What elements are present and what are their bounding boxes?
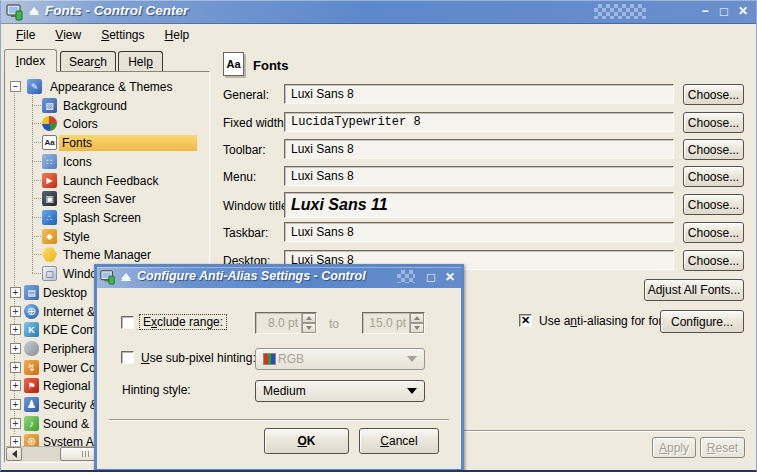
expander-collapsed-icon[interactable]	[10, 287, 21, 298]
expander-expanded-icon[interactable]	[10, 81, 21, 92]
exclude-range-checkbox[interactable]	[121, 316, 134, 329]
shade-icon[interactable]	[121, 273, 131, 279]
font-preview-fixed-width: LucidaTypewriter 8	[284, 112, 674, 132]
app-icon	[6, 3, 24, 21]
font-preview-text: Luxi Sans 8	[291, 142, 354, 156]
close-button[interactable]	[735, 3, 751, 19]
exclude-to-spinbox[interactable]: 15.0 pt	[362, 312, 425, 334]
choose-desktop-button[interactable]: Choose...	[683, 250, 744, 271]
adjust-all-fonts-button[interactable]: Adjust All Fonts...	[644, 279, 744, 301]
tree-item-style[interactable]: Style	[5, 227, 209, 246]
tree-item-splash-screen[interactable]: Splash Screen	[5, 208, 209, 227]
tree-item-icons[interactable]: Icons	[5, 152, 209, 171]
choose-window-title-button[interactable]: Choose...	[683, 194, 744, 215]
choose-fixed-width-button[interactable]: Choose...	[683, 112, 744, 133]
menu-settings[interactable]: Settings	[91, 26, 154, 44]
tree-item-colors[interactable]: Colors	[5, 114, 209, 133]
tree-item-label: Icons	[60, 154, 95, 170]
desktop-icon	[24, 285, 39, 300]
power-control-icon	[24, 360, 39, 375]
choose-menu-button[interactable]: Choose...	[683, 166, 744, 187]
spin-up-icon[interactable]	[302, 313, 316, 323]
expander-collapsed-icon[interactable]	[10, 399, 21, 410]
maximize-button[interactable]	[716, 3, 732, 19]
sub-pixel-hinting-checkbox[interactable]	[121, 351, 134, 364]
control-center-window: Fonts - Control Center File View Setting…	[0, 0, 757, 472]
anti-aliasing-checkbox[interactable]	[519, 314, 532, 327]
dialog-app-icon	[100, 269, 116, 285]
sub-pixel-hinting-label[interactable]: Use sub-pixel hinting:	[141, 351, 256, 365]
shade-icon[interactable]	[29, 7, 39, 13]
regional-icon	[24, 378, 39, 393]
tree-item-background[interactable]: Background	[5, 96, 209, 115]
ok-button[interactable]: OK	[264, 428, 349, 454]
titlebar-dither-decoration	[397, 270, 415, 283]
choose-toolbar-button[interactable]: Choose...	[683, 139, 744, 160]
apply-button[interactable]: Apply	[652, 437, 696, 458]
kde-components-icon	[24, 322, 39, 337]
window-titlebar[interactable]: Fonts - Control Center	[1, 0, 756, 24]
exclude-from-spinbox[interactable]: 8.0 pt	[255, 312, 317, 334]
spin-down-icon[interactable]	[410, 323, 424, 333]
expander-collapsed-icon[interactable]	[10, 380, 21, 391]
dialog-maximize-button[interactable]	[423, 269, 439, 285]
sub-pixel-order-dropdown[interactable]: RGB	[255, 348, 425, 370]
peripherals-icon	[24, 341, 39, 356]
tree-item-launch-feedback[interactable]: Launch Feedback	[5, 171, 209, 190]
fonts-module-icon: Aa	[223, 52, 244, 76]
tree-item-label: KDE Com	[40, 322, 99, 338]
tree-item-theme-manager[interactable]: Theme Manager	[5, 245, 209, 264]
dialog-close-button[interactable]	[442, 269, 458, 285]
tab-help[interactable]: Help	[118, 51, 163, 71]
font-preview-text: Luxi Sans 8	[291, 225, 354, 239]
expander-collapsed-icon[interactable]	[10, 324, 21, 335]
tab-search[interactable]: Search	[60, 51, 116, 71]
expander-collapsed-icon[interactable]	[10, 418, 21, 429]
sound-icon	[24, 416, 39, 431]
font-preview-general: Luxi Sans 8	[284, 84, 674, 104]
scroll-left-icon[interactable]	[6, 447, 22, 461]
rgb-stripes-icon	[263, 353, 276, 365]
dialog-body: Exclude range: 8.0 pt to 15.0 pt Use sub…	[97, 288, 461, 468]
tree-item-label: Appearance & Themes	[47, 79, 176, 95]
anti-aliasing-label[interactable]: Use anti-aliasing for fonts	[539, 314, 674, 328]
menu-help[interactable]: Help	[155, 26, 200, 44]
titlebar-dither-decoration	[594, 4, 646, 19]
globe-icon	[24, 304, 39, 319]
expander-collapsed-icon[interactable]	[10, 306, 21, 317]
font-row-label: Fixed width:	[223, 116, 287, 130]
choose-general-button[interactable]: Choose...	[683, 84, 744, 105]
spinbox-value: 8.0 pt	[256, 313, 301, 333]
tree-item-appearance-themes[interactable]: Appearance & Themes	[5, 77, 209, 96]
tree-item-label: Periphera	[40, 341, 98, 357]
tree-item-screen-saver[interactable]: Screen Saver	[5, 189, 209, 208]
reset-button[interactable]: Reset	[700, 437, 745, 458]
menu-file[interactable]: File	[6, 26, 45, 44]
splash-screen-icon	[42, 210, 57, 225]
expander-collapsed-icon[interactable]	[10, 343, 21, 354]
configure-button[interactable]: Configure...	[660, 310, 744, 333]
expander-collapsed-icon[interactable]	[10, 362, 21, 373]
appearance-icon	[27, 79, 42, 94]
menu-view[interactable]: View	[45, 26, 91, 44]
choose-taskbar-button[interactable]: Choose...	[683, 222, 744, 243]
configure-anti-alias-dialog: Configure Anti-Alias Settings - Control …	[94, 264, 464, 472]
exclude-range-label[interactable]: Exclude range:	[139, 314, 227, 330]
tab-index[interactable]: Index	[4, 49, 57, 72]
tree-item-label: Sound &	[40, 416, 92, 432]
minimize-button[interactable]	[697, 3, 713, 19]
spin-down-icon[interactable]	[302, 323, 316, 333]
font-row-label: Menu:	[223, 170, 256, 184]
hinting-style-label: Hinting style:	[122, 383, 191, 397]
font-row-label: General:	[223, 88, 269, 102]
dialog-title: Configure Anti-Alias Settings - Control	[137, 269, 417, 283]
tree-item-label: Splash Screen	[60, 210, 144, 226]
tree-item-fonts[interactable]: Fonts	[5, 133, 209, 152]
tree-item-label: Internet &	[40, 304, 98, 320]
tree-item-label: Launch Feedback	[60, 173, 161, 189]
font-preview-taskbar: Luxi Sans 8	[284, 222, 674, 242]
spin-up-icon[interactable]	[410, 313, 424, 323]
hinting-style-dropdown[interactable]: Medium	[255, 380, 425, 402]
cancel-button[interactable]: Cancel	[359, 428, 439, 454]
dialog-titlebar[interactable]: Configure Anti-Alias Settings - Control	[97, 267, 461, 288]
